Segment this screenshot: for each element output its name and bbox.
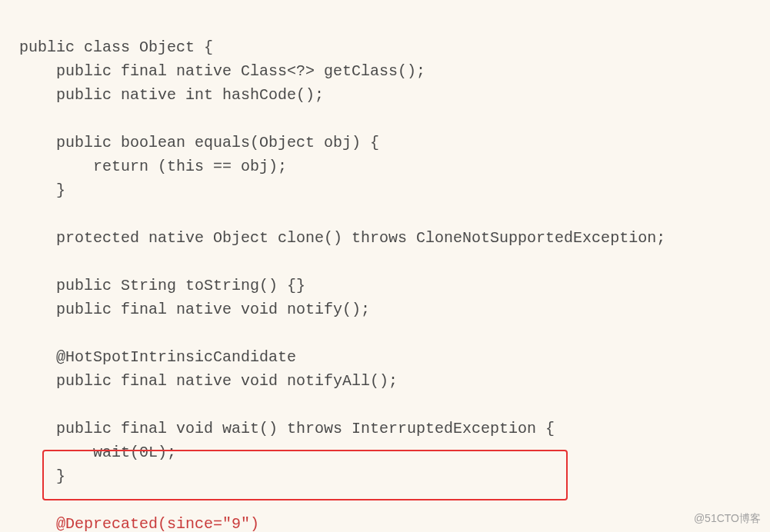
code-line: public final void wait() throws Interrup… bbox=[19, 420, 555, 437]
code-line: } bbox=[19, 467, 65, 485]
code-line: public native int hashCode(); bbox=[19, 86, 324, 104]
watermark-text: @51CTO博客 bbox=[694, 512, 761, 526]
code-block: public class Object { public final nativ… bbox=[0, 0, 770, 532]
code-line: return (this == obj); bbox=[19, 158, 287, 175]
code-line: wait(0L); bbox=[19, 444, 176, 461]
code-line: public final native void notifyAll(); bbox=[19, 372, 398, 390]
code-line: @HotSpotIntrinsicCandidate bbox=[19, 348, 296, 366]
code-line: public boolean equals(Object obj) { bbox=[19, 134, 379, 151]
code-line-deprecated-annotation: @Deprecated(since="9") bbox=[19, 515, 259, 532]
code-line: public String toString() {} bbox=[19, 277, 305, 294]
code-line: protected native Object clone() throws C… bbox=[19, 229, 665, 247]
code-line: public class Object { bbox=[19, 38, 213, 56]
code-line: } bbox=[19, 181, 65, 199]
code-line: public final native void notify(); bbox=[19, 301, 370, 318]
code-line: public final native Class<?> getClass(); bbox=[19, 62, 425, 80]
